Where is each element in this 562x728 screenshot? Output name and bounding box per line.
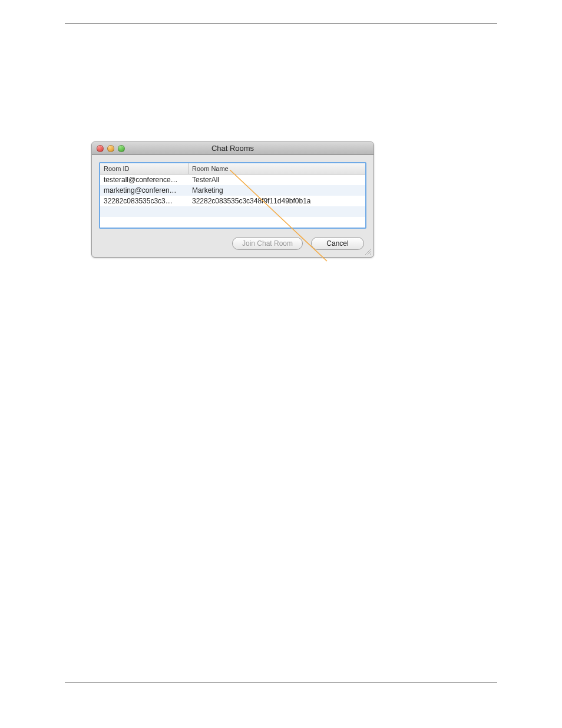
page-bottom-rule: [65, 683, 497, 683]
cell-room-name: TesterAll: [189, 175, 365, 185]
svg-line-2: [370, 253, 371, 255]
window-title: Chat Rooms: [92, 144, 373, 153]
resize-grip-icon[interactable]: [363, 247, 372, 255]
table-row[interactable]: [100, 217, 365, 228]
cell-room-id: [100, 222, 189, 223]
minimize-icon[interactable]: [107, 145, 114, 152]
table-row[interactable]: marketing@conferen… Marketing: [100, 185, 365, 196]
window-controls: [92, 145, 125, 152]
table-row[interactable]: [100, 206, 365, 217]
dialog-button-row: Join Chat Room Cancel: [99, 229, 366, 251]
cell-room-id: [100, 211, 189, 212]
table-row[interactable]: 32282c083535c3c3… 32282c083535c3c348f9f1…: [100, 196, 365, 206]
column-header-room-name[interactable]: Room Name: [189, 163, 365, 174]
window-titlebar[interactable]: Chat Rooms: [92, 142, 373, 155]
cell-room-id: 32282c083535c3c3…: [100, 196, 189, 206]
table-header-row: Room ID Room Name: [100, 163, 365, 174]
cell-room-name: [189, 211, 365, 212]
zoom-icon[interactable]: [118, 145, 125, 152]
cell-room-id: testerall@conference…: [100, 175, 189, 185]
table-body: testerall@conference… TesterAll marketin…: [100, 174, 365, 228]
cell-room-name: Marketing: [189, 186, 365, 195]
cancel-button[interactable]: Cancel: [311, 237, 364, 250]
window-body: Room ID Room Name testerall@conference… …: [92, 155, 373, 257]
close-icon[interactable]: [97, 145, 104, 152]
cell-room-name: 32282c083535c3c348f9f11d49bf0b1a: [189, 196, 365, 206]
cell-room-name: [189, 222, 365, 223]
page-top-rule: [65, 24, 497, 24]
table-row[interactable]: testerall@conference… TesterAll: [100, 174, 365, 185]
chat-rooms-window: Chat Rooms Room ID Room Name testerall@c…: [91, 141, 374, 258]
join-chat-room-button[interactable]: Join Chat Room: [232, 237, 303, 250]
rooms-table[interactable]: Room ID Room Name testerall@conference… …: [99, 162, 366, 229]
column-header-room-id[interactable]: Room ID: [100, 163, 189, 174]
cell-room-id: marketing@conferen…: [100, 186, 189, 195]
